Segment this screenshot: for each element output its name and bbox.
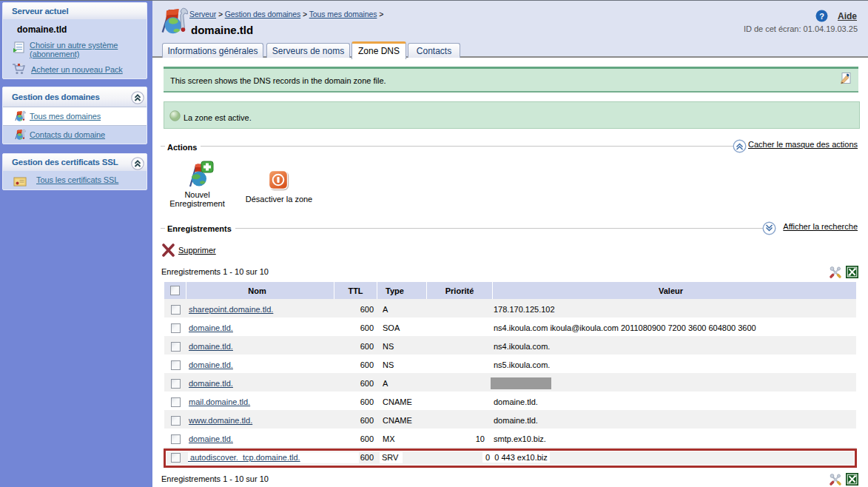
svg-text:?: ? <box>819 12 824 21</box>
